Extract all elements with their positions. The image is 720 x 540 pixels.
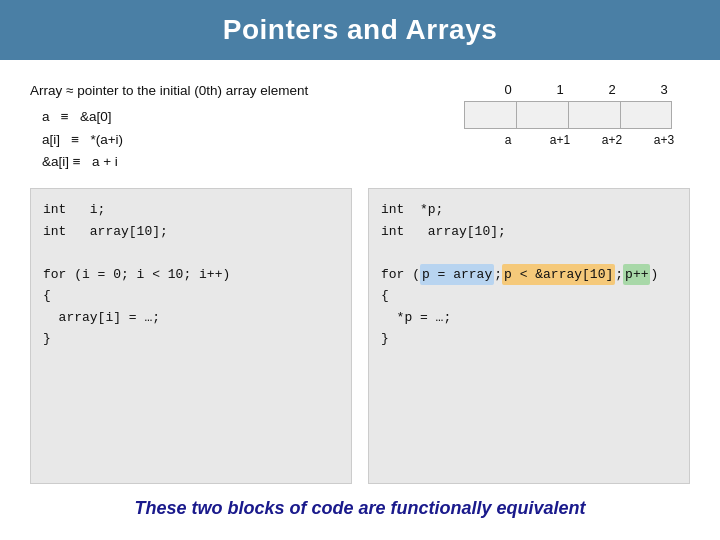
array-cell-2 [568,101,620,129]
top-section: Array ≈ pointer to the initial (0th) arr… [30,80,690,174]
addr-1: a+1 [534,133,586,147]
equiv-lines: a ≡ &a[0] a[i] ≡ *(a+i) &a[i] ≡ a + i [30,106,434,175]
index-2: 2 [586,82,638,97]
footer-text: These two blocks of code are functionall… [30,498,690,525]
right-code-block: int *p; int array[10]; for (p = array; p… [368,188,690,484]
array-cell-0 [464,101,516,129]
array-boxes [464,101,672,129]
right-line-7: } [381,328,677,349]
right-line-1: int *p; [381,199,677,220]
slide-header: Pointers and Arrays [0,0,720,60]
slide-content: Array ≈ pointer to the initial (0th) arr… [0,60,720,540]
left-line-5: { [43,285,339,306]
right-line-2: int array[10]; [381,221,677,242]
addr-2: a+2 [586,133,638,147]
right-line-6: *p = …; [381,307,677,328]
addr-0: a [482,133,534,147]
equiv-line-2: a[i] ≡ *(a+i) [42,129,434,152]
right-line-4: for (p = array; p < &array[10]; p++) [381,264,677,285]
left-line-6: array[i] = …; [43,307,339,328]
slide: Pointers and Arrays Array ≈ pointer to t… [0,0,720,540]
highlight-p-inc: p++ [623,264,650,285]
addr-3: a+3 [638,133,690,147]
left-line-4: for (i = 0; i < 10; i++) [43,264,339,285]
equiv-line-3: &a[i] ≡ a + i [42,151,434,174]
description-block: Array ≈ pointer to the initial (0th) arr… [30,80,434,174]
array-row [464,101,672,129]
highlight-p-assign: p = array [420,264,494,285]
array-cell-3 [620,101,672,129]
array-cell-1 [516,101,568,129]
index-1: 1 [534,82,586,97]
slide-title: Pointers and Arrays [223,14,498,45]
main-description: Array ≈ pointer to the initial (0th) arr… [30,80,434,102]
code-blocks: int i; int array[10]; for (i = 0; i < 10… [30,188,690,484]
array-visual: 0 1 2 3 a a+1 a+2 a+ [464,82,690,147]
right-line-3 [381,242,677,263]
left-code-block: int i; int array[10]; for (i = 0; i < 10… [30,188,352,484]
equiv-line-1: a ≡ &a[0] [42,106,434,129]
left-line-7: } [43,328,339,349]
left-line-2: int array[10]; [43,221,339,242]
array-indices: 0 1 2 3 [464,82,690,97]
left-line-1: int i; [43,199,339,220]
highlight-p-cond: p < &array[10] [502,264,615,285]
right-line-5: { [381,285,677,306]
left-line-3 [43,242,339,263]
index-3: 3 [638,82,690,97]
index-0: 0 [482,82,534,97]
array-addresses: a a+1 a+2 a+3 [464,133,690,147]
